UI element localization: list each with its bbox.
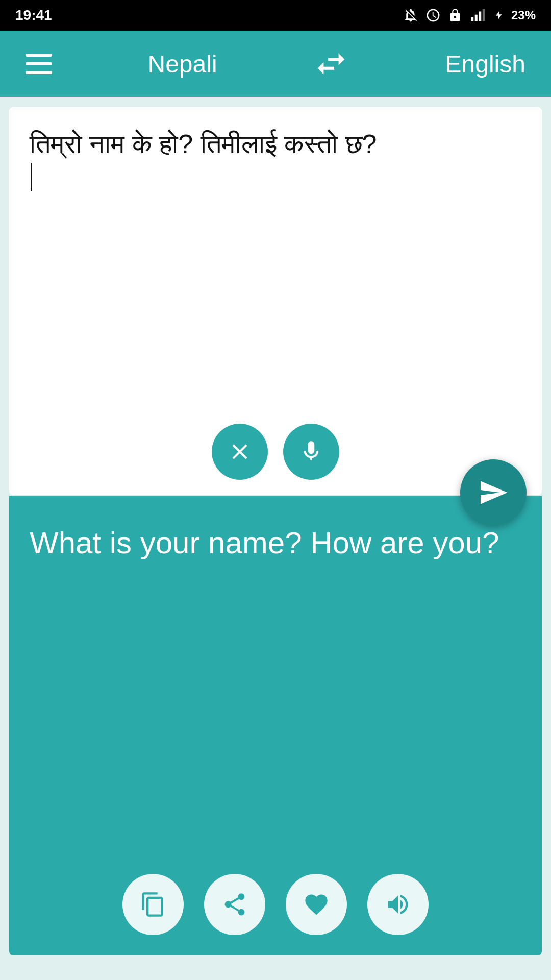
output-section: What is your name? How are you? xyxy=(9,496,542,955)
lock-icon xyxy=(448,8,462,22)
text-cursor xyxy=(31,163,32,191)
svg-rect-2 xyxy=(479,12,481,21)
notification-icon xyxy=(403,8,418,23)
output-text: What is your name? How are you? xyxy=(30,522,521,565)
input-action-buttons xyxy=(212,424,339,480)
target-language[interactable]: English xyxy=(445,50,525,78)
output-action-buttons xyxy=(122,874,429,935)
translate-button[interactable] xyxy=(460,459,527,526)
input-text[interactable]: तिम्रो नाम के हो? तिमीलाई कस्तो छ? xyxy=(30,126,521,163)
clear-button[interactable] xyxy=(212,424,268,480)
svg-rect-3 xyxy=(483,9,485,21)
copy-button[interactable] xyxy=(122,874,184,935)
header-bar: Nepali English xyxy=(0,31,551,97)
share-button[interactable] xyxy=(204,874,265,935)
favorite-button[interactable] xyxy=(286,874,347,935)
status-time: 19:41 xyxy=(15,7,52,23)
menu-button[interactable] xyxy=(26,54,52,74)
signal-icon xyxy=(469,8,487,23)
svg-rect-1 xyxy=(475,15,478,21)
swap-languages-button[interactable] xyxy=(313,45,349,82)
microphone-button[interactable] xyxy=(283,424,339,480)
speaker-button[interactable] xyxy=(367,874,429,935)
alarm-icon xyxy=(425,8,441,23)
svg-rect-0 xyxy=(471,17,473,21)
status-icons: 23% xyxy=(403,8,536,23)
battery-percentage: 23% xyxy=(511,8,536,22)
input-section: तिम्रो नाम के हो? तिमीलाई कस्तो छ? xyxy=(9,107,542,495)
status-bar: 19:41 23% xyxy=(0,0,551,31)
source-language[interactable]: Nepali xyxy=(147,50,217,78)
charging-icon xyxy=(494,8,504,23)
